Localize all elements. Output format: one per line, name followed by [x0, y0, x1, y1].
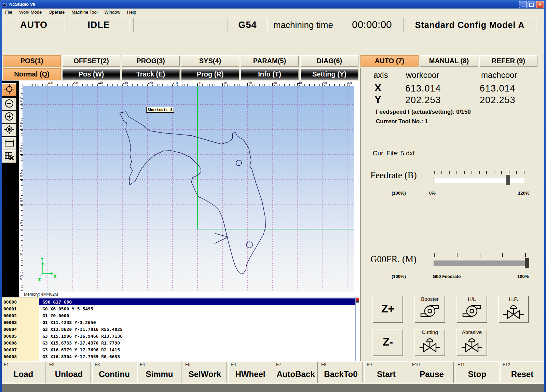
- tab-prog-3[interactable]: PROG(3): [122, 55, 180, 67]
- tab-manual-8[interactable]: MANUAL (8): [420, 55, 478, 67]
- fkey-reset[interactable]: F12Reset: [500, 361, 544, 383]
- h-p-button[interactable]: H.P.: [498, 296, 529, 323]
- gcode-row[interactable]: 00008G3 X16.8304 Y-17.7559 R0.6653: [1, 353, 359, 360]
- tab-auto-7[interactable]: AUTO (7): [360, 55, 419, 67]
- g00-slider-track[interactable]: [434, 261, 529, 266]
- cutting-button[interactable]: Cutting: [414, 329, 445, 356]
- gcode-line-text: G3 X16.8304 Y-17.7559 R0.6653: [42, 354, 120, 359]
- menu-bar: FileWork ModeOperateMachine ToolWindowHe…: [2, 9, 544, 16]
- zoom-out-icon: [4, 99, 14, 110]
- gcode-scrollbar[interactable]: [355, 297, 360, 361]
- abrasive-button[interactable]: Abrasive: [456, 329, 487, 356]
- machcoor-header: machcoor: [481, 70, 517, 80]
- fkey-selwork[interactable]: F5SelWork: [183, 361, 227, 383]
- gcode-row[interactable]: 00001G0 X6.0500 Y-5.5495: [1, 305, 359, 312]
- ruler-top-label: -30: [123, 81, 128, 85]
- shortcut-tooltip: Shortcut: S: [146, 107, 174, 113]
- toolbar-grid-edit-icon[interactable]: [2, 150, 16, 163]
- gcode-line-number: 00007: [3, 347, 17, 352]
- gcode-row[interactable]: 00007G3 X16.6379 Y-17.7698 R2.1415: [1, 346, 359, 353]
- feedrate-max: 120%: [518, 191, 529, 196]
- tab-refer-9[interactable]: REFER (9): [479, 55, 537, 67]
- fkey-continu[interactable]: F3Continu: [92, 361, 136, 383]
- gcode-row[interactable]: 00004G3 X12.8620 Y-11.7916 R55.4025: [1, 326, 359, 333]
- toolpath-circle-eye: [236, 160, 242, 166]
- ruler-top-label: 40: [298, 81, 302, 85]
- subtab-prog-r[interactable]: Prog (R): [181, 68, 239, 80]
- feedrate-slider-thumb[interactable]: [506, 175, 510, 185]
- fkey-start[interactable]: F9Start: [364, 361, 408, 383]
- gcode-list[interactable]: 00000G90 G17 G8000001G0 X6.0500 Y-5.5495…: [1, 297, 359, 361]
- toolbar-zoom-out-icon[interactable]: [2, 98, 16, 110]
- feedrate-label: Feedrate (B): [370, 170, 417, 181]
- gcode-row[interactable]: 00002G1 Z0.0000: [1, 312, 359, 319]
- title-bar[interactable]: NcStudio V9 ✕: [0, 0, 546, 9]
- gcode-row[interactable]: 00006G3 X15.6733 Y-17.4370 R1.7790: [1, 339, 359, 346]
- svg-text:Y: Y: [41, 257, 43, 262]
- machining-time-value: 00:00:00: [352, 19, 392, 30]
- menu-help[interactable]: Help: [124, 9, 140, 15]
- message-box: [133, 18, 226, 32]
- gcode-line-text: G3 X15.1996 Y-16.9466 R13.7136: [42, 334, 123, 339]
- zoom-in-icon: [4, 112, 14, 123]
- toolbar-window-select-icon[interactable]: [2, 137, 16, 150]
- g00-slider-thumb[interactable]: [525, 258, 529, 268]
- fkey-hwheel[interactable]: F6HWheel: [228, 361, 272, 383]
- workcoor-header: workcoor: [406, 70, 439, 80]
- gcode-row[interactable]: 00005G3 X15.1996 Y-16.9466 R13.7136: [1, 333, 359, 339]
- toolbar-crosshair-icon[interactable]: [2, 83, 16, 96]
- fkey-pause[interactable]: F10Pause: [410, 361, 454, 383]
- gcode-row[interactable]: 00000G90 G17 G80: [1, 298, 359, 305]
- ruler-top: -60-50-40-30-20-100102030405060: [23, 81, 354, 86]
- dolphin-toolpath: [120, 112, 265, 274]
- window-border-right: [544, 0, 546, 392]
- gcode-line-number: 00003: [3, 320, 17, 325]
- z-button[interactable]: Z+: [372, 296, 403, 323]
- toolbar-zoom-in-icon[interactable]: [2, 111, 16, 123]
- ruler-left-label: -10: [19, 246, 22, 256]
- subtab-info-t[interactable]: Info (T): [241, 68, 299, 80]
- ruler-left-label: 10: [19, 196, 22, 203]
- feedrate-slider-track[interactable]: [434, 177, 524, 183]
- gcode-line-text: G90 G17 G80: [42, 299, 72, 305]
- minimize-button[interactable]: [519, 1, 527, 8]
- crosshair-icon: [4, 84, 14, 96]
- gcode-line-text: G1 Z0.0000: [42, 313, 69, 318]
- machcoor-value: 613.014: [480, 83, 516, 94]
- maximize-button[interactable]: [528, 1, 535, 8]
- toolbar-locate-center-icon[interactable]: [2, 124, 16, 136]
- booster-button[interactable]: Booster: [414, 296, 445, 323]
- g00-mid-label: G00 Feedrate: [433, 274, 461, 279]
- tab-offset-2[interactable]: OFFSET(2): [62, 55, 120, 67]
- menu-window[interactable]: Window: [101, 9, 124, 15]
- ruler-left-label: 0: [19, 221, 22, 224]
- h-l-button[interactable]: H/L: [456, 296, 487, 323]
- plot-area[interactable]: YXZ Shortcut: S: [23, 86, 354, 292]
- fkey-stop[interactable]: F11Stop: [455, 361, 499, 383]
- menu-work-mode[interactable]: Work Mode: [16, 9, 45, 15]
- svg-text:Z: Z: [38, 278, 41, 282]
- fkey-unload[interactable]: F2Unload: [47, 361, 91, 383]
- tab-pos-1[interactable]: POS(1): [3, 55, 61, 67]
- valve-icon: [503, 315, 524, 321]
- fkey-simmu[interactable]: F4Simmu: [137, 361, 181, 383]
- fkey-backto0[interactable]: F8BackTo0: [319, 361, 363, 383]
- menu-file[interactable]: File: [2, 9, 16, 15]
- fkey-load[interactable]: F1Load: [1, 361, 45, 383]
- gcode-row[interactable]: 00003G1 X11.4233 Y-3.2650: [1, 319, 359, 326]
- machining-time-label: machining time: [273, 20, 333, 30]
- close-button[interactable]: ✕: [536, 1, 544, 8]
- menu-machine-tool[interactable]: Machine Tool: [68, 9, 101, 15]
- tab-diag-6[interactable]: DIAG(6): [300, 55, 358, 67]
- z-button[interactable]: Z-: [372, 329, 403, 356]
- subtab-track-e[interactable]: Track (E): [122, 68, 180, 80]
- menu-operate[interactable]: Operate: [45, 9, 68, 15]
- fkey-autoback[interactable]: F7AutoBack: [274, 361, 318, 383]
- subtab-normal-q[interactable]: Normal (Q): [3, 68, 61, 80]
- subtab-setting-y[interactable]: Setting (Y): [300, 68, 358, 80]
- gcode-line-number: 00004: [3, 327, 17, 332]
- subtab-pos-w[interactable]: Pos (W): [62, 68, 120, 80]
- tab-param-5[interactable]: PARAM(5): [241, 55, 299, 67]
- tab-sys-4[interactable]: SYS(4): [181, 55, 239, 67]
- gcode-line-text: G3 X15.6733 Y-17.4370 R1.7790: [42, 340, 120, 346]
